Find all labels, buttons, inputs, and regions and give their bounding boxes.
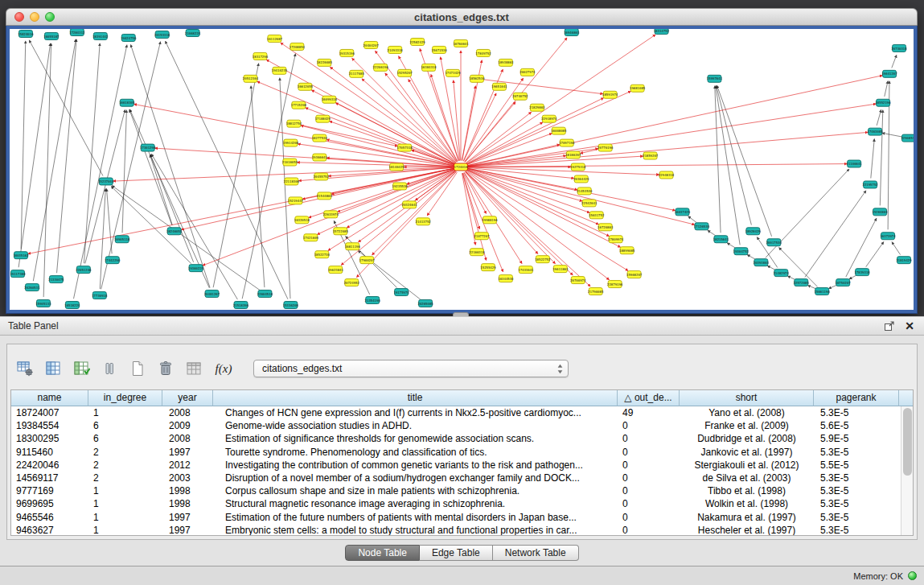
graph-node[interactable]: 20730318 (891, 44, 907, 51)
graph-node[interactable]: 20481267 (204, 290, 220, 298)
close-panel-icon[interactable]: ✕ (905, 320, 914, 332)
graph-node[interactable]: 22572085 (794, 279, 810, 286)
citation-network-graph[interactable]: 1582401616055187172843121839144219024756… (10, 29, 914, 310)
graph-node[interactable]: 20153318 (154, 31, 170, 38)
new-table-icon[interactable] (126, 357, 149, 380)
citation-edge-black[interactable] (828, 285, 836, 288)
citation-edge-black[interactable] (871, 139, 874, 179)
graph-node[interactable]: 15631752 (589, 212, 605, 219)
graph-node[interactable]: 18522730 (314, 251, 331, 258)
graph-node[interactable]: 18186207 (565, 151, 581, 159)
row-tools-icon[interactable] (98, 357, 121, 380)
graph-node[interactable]: 16518224 (64, 302, 80, 309)
graph-node[interactable]: 16905118 (114, 236, 130, 243)
citation-edge-black[interactable] (84, 43, 100, 263)
citation-edge-black[interactable] (150, 154, 172, 225)
citation-edge-red[interactable] (431, 74, 459, 161)
citation-edge-black[interactable] (885, 81, 888, 97)
graph-node[interactable]: 15671530 (431, 46, 447, 53)
graph-node[interactable]: 15284863 (872, 208, 888, 216)
graph-node[interactable]: 21077207 (474, 233, 490, 240)
graph-node[interactable]: 20724952 (344, 279, 360, 286)
graph-node[interactable]: 22206196 (373, 64, 389, 71)
graph-node[interactable]: 20393863 (754, 259, 770, 266)
citation-edge-red[interactable] (462, 86, 475, 161)
minimize-window-button[interactable] (30, 12, 39, 22)
table-scrollbar[interactable] (901, 406, 913, 535)
graph-node[interactable]: 17057318 (397, 144, 413, 151)
citation-edge-black[interactable] (892, 55, 897, 68)
graph-node[interactable]: 22633974 (323, 211, 339, 218)
graph-node[interactable]: 19304752 (733, 248, 749, 255)
citation-edge-red[interactable] (467, 168, 676, 210)
citation-edge-red[interactable] (335, 103, 455, 164)
graph-node[interactable]: 19611863 (552, 266, 569, 273)
graph-node[interactable]: 19175974 (394, 289, 410, 296)
graph-node[interactable]: 17730918 (92, 292, 108, 299)
tab-network-table[interactable]: Network Table (493, 545, 579, 561)
graph-node[interactable]: 17421609 (303, 234, 319, 241)
graph-node[interactable]: 20512364 (243, 75, 259, 82)
graph-node[interactable]: 21016053 (282, 159, 298, 166)
window-titlebar[interactable]: citations_edges.txt (6, 8, 918, 26)
graph-node[interactable]: 17849752 (475, 49, 491, 56)
citation-edge-black[interactable] (129, 109, 172, 225)
graph-node[interactable]: 20700974 (570, 277, 586, 284)
graph-node[interactable]: 21544863 (317, 192, 333, 200)
graph-node[interactable]: 17126530 (694, 223, 710, 230)
graph-node[interactable]: 15336208 (283, 302, 299, 309)
graph-node[interactable]: 21453530 (577, 187, 593, 195)
graph-node[interactable]: 18146429 (389, 163, 405, 171)
citation-edge-red[interactable] (464, 173, 487, 214)
citation-edge-black[interactable] (866, 242, 884, 267)
citation-edge-black[interactable] (43, 43, 51, 297)
graph-node[interactable]: 18552196 (875, 99, 891, 106)
graph-node[interactable]: 22604518 (257, 290, 273, 298)
citation-edge-black[interactable] (107, 188, 113, 253)
graph-node[interactable]: 17463085 (867, 128, 883, 135)
graph-node[interactable]: 22948318 (659, 171, 675, 179)
citation-edge-black[interactable] (29, 40, 103, 176)
graph-node[interactable]: 21829863 (529, 104, 545, 111)
citation-edge-black[interactable] (708, 230, 716, 236)
graph-node[interactable]: 19914208 (283, 139, 299, 146)
graph-node[interactable]: 18391442 (92, 32, 109, 39)
graph-node[interactable]: 18215641 (713, 236, 729, 243)
graph-node[interactable]: 17473429 (445, 69, 461, 76)
citation-edge-black[interactable] (166, 41, 288, 299)
graph-node[interactable]: 16750207 (836, 279, 852, 286)
column-header-out_degree[interactable]: △ out_de... (618, 390, 680, 406)
graph-node[interactable]: 15237044 (98, 178, 114, 185)
graph-node[interactable]: 16618305 (119, 99, 135, 106)
graph-node[interactable]: 21819429 (896, 257, 912, 264)
graph-node[interactable]: 16373974 (880, 233, 896, 240)
table-row[interactable]: 946554611997Estimation of the future num… (11, 511, 901, 524)
citation-edge-black[interactable] (280, 78, 290, 299)
graph-node[interactable]: 17208854 (290, 43, 306, 50)
graph-node[interactable]: 15661196 (815, 288, 831, 295)
citation-edge-black[interactable] (129, 109, 209, 288)
graph-node[interactable]: 19623841 (328, 266, 344, 274)
citation-edge-red[interactable] (317, 170, 454, 235)
graph-node[interactable]: 17188429 (315, 115, 331, 122)
graph-node[interactable]: 18928429 (745, 228, 762, 235)
graph-node[interactable]: 18899085 (619, 247, 635, 254)
citation-edge-black[interactable] (111, 187, 191, 264)
graph-node[interactable]: 22918974 (541, 115, 557, 122)
graph-node[interactable]: 20404207 (363, 41, 380, 48)
citation-edge-red[interactable] (330, 67, 455, 163)
table-row[interactable]: 2242004622012Investigating the contribut… (11, 459, 901, 472)
graph-node[interactable]: 17301296 (140, 144, 156, 151)
graph-node[interactable]: 18246053 (166, 228, 183, 235)
graph-node[interactable]: 22195752 (862, 181, 878, 188)
citation-edge-red[interactable] (466, 170, 620, 247)
table-row[interactable]: 911546021997Tourette syndrome. Phenomeno… (11, 446, 901, 459)
graph-node[interactable]: 19651641 (491, 83, 507, 90)
graph-node[interactable]: 21106641 (847, 160, 863, 167)
citation-edge-black[interactable] (242, 54, 295, 299)
table-row[interactable]: 946362711997Embryonic stem cells: a mode… (11, 524, 901, 535)
graph-node[interactable]: 22051246 (76, 266, 92, 274)
citation-edge-black[interactable] (112, 186, 260, 290)
graph-node[interactable]: 16055187 (43, 32, 60, 39)
citation-edge-black[interactable] (101, 42, 161, 290)
